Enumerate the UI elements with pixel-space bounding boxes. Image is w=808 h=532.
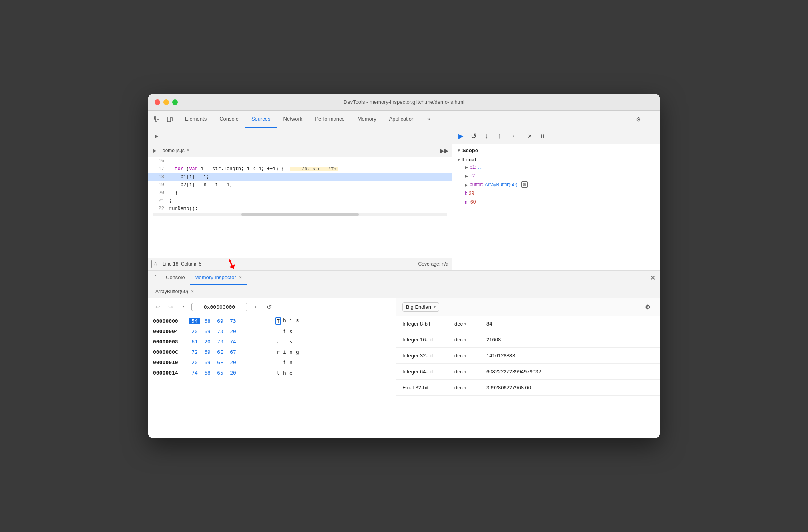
tab-console[interactable]: Console [213,111,245,128]
local-section-header[interactable]: ▼ Local [457,157,655,163]
pause-exceptions-button[interactable]: ⏸ [537,131,548,142]
tab-performance[interactable]: Performance [308,111,351,128]
hex-byte-3-0[interactable]: 72 [189,349,200,355]
hex-byte-3-2[interactable]: 6E [215,349,226,355]
hex-byte-1-1[interactable]: 69 [202,328,213,334]
hex-ascii-4: i n [275,359,300,365]
int64-type: Integer 64-bit [402,369,454,375]
hex-byte-4-0[interactable]: 20 [189,359,200,365]
scope-item-b1[interactable]: ▶ b1: … [457,163,655,171]
int32-format[interactable]: dec ▾ [454,353,486,359]
code-editor[interactable]: 16 17 for (var i = str.length; i < n; ++… [148,157,452,258]
bottom-tab-console[interactable]: Console [161,271,190,285]
hex-bytes-0: 54 68 69 73 [189,318,269,324]
source-panel: ▶ ▶ demo-js.js ✕ ▶▶ [148,128,452,270]
hex-byte-2-2[interactable]: 73 [215,339,226,345]
hex-byte-5-3[interactable]: 20 [227,370,239,376]
inspect-element-button[interactable] [151,114,163,125]
hex-byte-2-0[interactable]: 61 [189,339,200,345]
memory-icon[interactable]: ⊞ [521,181,528,188]
source-more-button[interactable]: ▶▶ [439,145,450,156]
tab-memory[interactable]: Memory [351,111,383,128]
scope-panel: ▼ Scope ▼ Local ▶ b1: … [452,144,660,270]
code-line-18: 18 b1[i] = i; [148,173,452,181]
maximize-button[interactable] [172,99,178,105]
step-over-button[interactable]: ↺ [468,131,479,142]
more-options-button[interactable]: ⋮ [645,114,657,125]
int64-format[interactable]: dec ▾ [454,369,486,375]
step-button[interactable]: → [506,131,517,142]
debug-separator [521,132,521,140]
close-button[interactable] [155,99,160,105]
hex-next-button[interactable]: › [251,302,260,312]
hex-byte-0-0[interactable]: 54 [189,318,200,324]
resume-button[interactable]: ▶ [455,131,466,142]
hex-bytes-3: 72 69 6E 67 [189,349,269,355]
hex-byte-5-0[interactable]: 74 [189,370,200,376]
hex-byte-3-3[interactable]: 67 [227,349,239,355]
step-into-button[interactable]: ↓ [481,131,492,142]
status-bar: {} Line 18, Column 5 ➘ Coverage: n/a [148,258,452,270]
hex-byte-1-3[interactable]: 20 [227,328,239,334]
hex-address-input[interactable] [191,303,247,311]
int8-format[interactable]: dec ▾ [454,321,486,327]
endian-select[interactable]: Big Endian ▾ [402,302,439,312]
source-file-name: demo-js.js [163,148,185,153]
hex-byte-3-1[interactable]: 69 [202,349,213,355]
data-view-panel: Big Endian ▾ ⚙ Integer 8-bit dec ▾ [396,298,660,438]
code-line-20: 20 } [148,189,452,197]
tab-elements[interactable]: Elements [179,111,213,128]
int8-format-chevron: ▾ [464,322,466,326]
data-view-header: Big Endian ▾ ⚙ [396,298,660,316]
tab-sources[interactable]: Sources [245,111,277,128]
scope-item-b2[interactable]: ▶ b2: … [457,171,655,180]
hex-byte-1-0[interactable]: 20 [189,328,200,334]
hex-byte-4-2[interactable]: 6E [215,359,226,365]
hex-byte-4-1[interactable]: 69 [202,359,213,365]
hex-byte-0-1[interactable]: 68 [202,318,213,324]
hex-byte-0-2[interactable]: 69 [215,318,226,324]
scope-collapse-arrow[interactable]: ▼ [457,148,461,153]
source-file-tab[interactable]: demo-js.js ✕ [159,145,193,156]
n-key: n: [465,199,469,205]
hex-byte-0-3[interactable]: 73 [227,318,239,324]
hex-byte-2-3[interactable]: 74 [227,339,239,345]
scope-item-buffer[interactable]: ▶ buffer: ArrayBuffer(60) ⊞ ➘ [457,180,655,189]
buffer-tab-arraybuffer[interactable]: ArrayBuffer(60) ✕ [151,286,198,297]
tab-network[interactable]: Network [277,111,309,128]
buffer-tab-close[interactable]: ✕ [191,289,194,294]
horizontal-scrollbar[interactable] [153,213,447,216]
hex-forward-button[interactable]: ↪ [166,302,175,312]
bottom-tab-menu[interactable]: ⋮ [150,272,161,284]
step-out-button[interactable]: ↑ [494,131,505,142]
source-nav-icon[interactable]: ▶ [150,146,159,155]
device-toolbar-button[interactable] [164,114,175,125]
local-section: ▼ Local ▶ b1: … ▶ b2: … [457,157,655,206]
navigator-toggle[interactable]: ▶ [151,131,161,141]
tab-more[interactable]: » [421,111,436,128]
hex-byte-1-2[interactable]: 73 [215,328,226,334]
deactivate-breakpoints-button[interactable]: ✕ [524,131,535,142]
hex-back-button[interactable]: ↩ [153,302,163,312]
tab-application[interactable]: Application [383,111,421,128]
hex-refresh-button[interactable]: ↺ [263,301,275,312]
memory-inspector-tab-close[interactable]: ✕ [239,275,242,280]
bottom-panel-close[interactable]: ✕ [647,272,658,284]
hex-prev-button[interactable]: ‹ [179,302,188,312]
code-line-21: 21 } [148,197,452,205]
hex-byte-5-1[interactable]: 68 [202,370,213,376]
hex-byte-2-1[interactable]: 20 [202,339,213,345]
int64-format-label: dec [454,369,463,375]
line-num-21: 21 [151,198,164,204]
source-tab-close[interactable]: ✕ [186,148,190,153]
minimize-button[interactable] [163,99,169,105]
settings-button[interactable]: ⚙ [633,114,644,125]
hex-byte-5-2[interactable]: 65 [215,370,226,376]
bottom-tab-memory-inspector[interactable]: Memory Inspector ✕ [190,271,247,285]
hex-byte-4-3[interactable]: 20 [227,359,239,365]
format-icon[interactable]: {} [151,260,159,268]
int16-format[interactable]: dec ▾ [454,337,486,343]
data-view-settings-button[interactable]: ⚙ [642,301,653,312]
float32-format[interactable]: dec ▾ [454,385,486,391]
hex-ascii-1: i s [275,328,300,334]
